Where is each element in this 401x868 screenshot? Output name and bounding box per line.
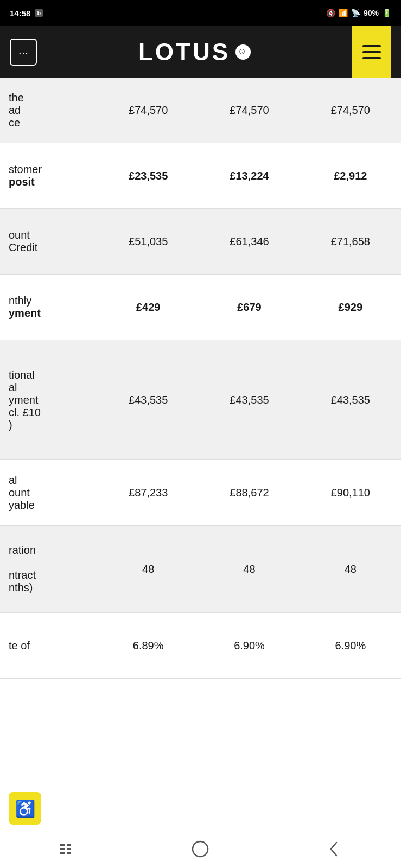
bottom-navigation <box>0 829 401 868</box>
table-row: stomer posit £23,535 £13,224 £2,912 <box>0 143 401 209</box>
chat-icon[interactable] <box>10 39 37 66</box>
table-row: ount Credit £51,035 £61,346 £71,658 <box>0 209 401 275</box>
row-value-monthly-3: £929 <box>300 275 401 340</box>
hamburger-line-1 <box>362 45 381 47</box>
row-value-optional-1: £43,535 <box>98 340 199 459</box>
row-value-total-3: £90,110 <box>300 460 401 525</box>
svg-rect-5 <box>67 852 71 854</box>
nav-lines-button[interactable] <box>50 833 83 865</box>
status-left: 14:58 b <box>10 9 43 18</box>
row-label-rate: te of <box>0 613 98 678</box>
svg-rect-4 <box>67 848 71 850</box>
table-row: ration ntract nths) 48 48 48 <box>0 526 401 613</box>
menu-button[interactable] <box>352 26 391 78</box>
circle-icon <box>190 839 210 859</box>
finance-table: the ad ce £74,570 £74,570 £74,570 stomer… <box>0 78 401 679</box>
row-value-price-1: £74,570 <box>98 78 199 143</box>
row-value-credit-1: £51,035 <box>98 209 199 274</box>
svg-rect-0 <box>60 844 65 846</box>
app-header: LOTUS® <box>0 26 401 78</box>
row-value-total-2: £88,672 <box>199 460 300 525</box>
battery-percent: 90% <box>364 9 379 17</box>
row-value-rate-3: 6.90% <box>300 613 401 678</box>
lines-icon <box>58 841 75 857</box>
row-value-duration-2: 48 <box>199 526 300 612</box>
nav-back-button[interactable] <box>318 833 351 865</box>
row-label-monthly: nthly yment <box>0 275 98 340</box>
mute-icon: 🔇 <box>326 9 335 17</box>
svg-rect-1 <box>60 848 65 850</box>
table-row: tional al yment cl. £10 ) £43,535 £43,53… <box>0 340 401 460</box>
registered-mark: ® <box>235 44 251 60</box>
row-value-rate-1: 6.89% <box>98 613 199 678</box>
row-value-optional-2: £43,535 <box>199 340 300 459</box>
table-row: nthly yment £429 £679 £929 <box>0 275 401 340</box>
svg-rect-3 <box>67 844 71 846</box>
status-bar: 14:58 b 🔇 📶 📡 90% 🔋 <box>0 0 401 26</box>
row-value-monthly-2: £679 <box>199 275 300 340</box>
table-row: al ount yable £87,233 £88,672 £90,110 <box>0 460 401 526</box>
status-badge: b <box>35 9 43 17</box>
accessibility-button[interactable]: ♿ <box>9 792 41 825</box>
accessibility-icon: ♿ <box>15 799 35 818</box>
status-right: 🔇 📶 📡 90% 🔋 <box>326 9 391 17</box>
row-value-deposit-1: £23,535 <box>98 143 199 208</box>
table-row: the ad ce £74,570 £74,570 £74,570 <box>0 78 401 143</box>
row-value-rate-2: 6.90% <box>199 613 300 678</box>
svg-point-6 <box>193 841 208 857</box>
nav-home-button[interactable] <box>184 833 217 865</box>
row-label-optional: tional al yment cl. £10 ) <box>0 340 98 459</box>
row-value-deposit-3: £2,912 <box>300 143 401 208</box>
row-value-monthly-1: £429 <box>98 275 199 340</box>
row-value-duration-1: 48 <box>98 526 199 612</box>
wifi-icon: 📶 <box>339 9 348 17</box>
row-value-deposit-2: £13,224 <box>199 143 300 208</box>
row-label-total: al ount yable <box>0 460 98 525</box>
row-label-credit: ount Credit <box>0 209 98 274</box>
logo-text: LOTUS <box>138 39 230 66</box>
row-label-price: the ad ce <box>0 78 98 143</box>
row-value-price-2: £74,570 <box>199 78 300 143</box>
status-time: 14:58 <box>10 9 30 18</box>
row-value-credit-3: £71,658 <box>300 209 401 274</box>
battery-icon: 🔋 <box>382 9 391 17</box>
row-label-deposit: stomer posit <box>0 143 98 208</box>
back-icon <box>327 839 342 859</box>
row-value-duration-3: 48 <box>300 526 401 612</box>
row-value-credit-2: £61,346 <box>199 209 300 274</box>
signal-icon: 📡 <box>351 9 360 17</box>
row-value-total-1: £87,233 <box>98 460 199 525</box>
hamburger-line-3 <box>362 57 381 59</box>
row-label-duration: ration ntract nths) <box>0 526 98 612</box>
row-value-optional-3: £43,535 <box>300 340 401 459</box>
table-row: te of 6.89% 6.90% 6.90% <box>0 613 401 679</box>
row-value-price-3: £74,570 <box>300 78 401 143</box>
svg-rect-2 <box>60 852 65 854</box>
logo: LOTUS® <box>138 39 251 66</box>
hamburger-line-2 <box>362 51 381 53</box>
